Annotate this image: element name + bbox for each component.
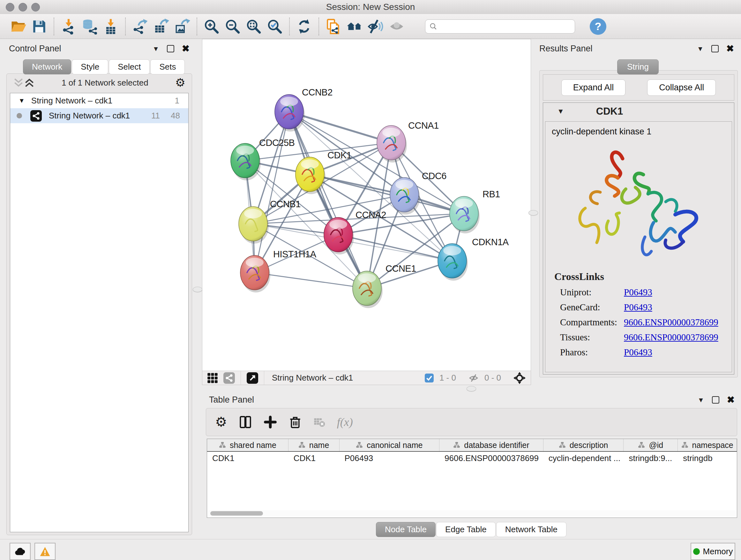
export-table-icon[interactable]: [152, 17, 170, 36]
horizontal-scrollbar[interactable]: [208, 510, 736, 516]
tab-network[interactable]: Network: [23, 59, 71, 74]
show-columns-icon[interactable]: [239, 415, 252, 429]
export-image-icon[interactable]: [173, 17, 191, 36]
column-header-canonical-name[interactable]: canonical name: [340, 439, 440, 451]
tab-string[interactable]: String: [617, 59, 659, 74]
network-view-icon[interactable]: [223, 372, 235, 384]
network-edge[interactable]: [255, 273, 367, 288]
right-splitter-handle[interactable]: [529, 210, 538, 215]
expand-all-networks-icon[interactable]: [24, 78, 35, 87]
birdseye-view-icon[interactable]: [247, 372, 258, 384]
collapse-all-button[interactable]: Collapse All: [647, 79, 716, 96]
import-table-icon[interactable]: [102, 17, 120, 36]
panel-float-icon[interactable]: [167, 45, 174, 52]
table-cell[interactable]: CDK1: [288, 453, 340, 463]
tab-sets[interactable]: Sets: [150, 59, 185, 74]
hide-glasses-icon[interactable]: [367, 17, 385, 36]
table-cell[interactable]: 9606.ENSP00000378699: [440, 453, 543, 463]
import-network-file-icon[interactable]: [60, 17, 77, 36]
zoom-selected-icon[interactable]: [266, 17, 284, 36]
panel-float-icon[interactable]: [711, 45, 719, 52]
network-edge[interactable]: [289, 112, 367, 288]
delete-column-trash-icon[interactable]: [288, 415, 302, 429]
search-input[interactable]: [437, 22, 560, 31]
expand-all-button[interactable]: Expand All: [561, 79, 626, 96]
help-icon[interactable]: ?: [590, 18, 606, 35]
network-node-CDKN1A[interactable]: CDKN1A: [438, 237, 509, 281]
tab-edge-table[interactable]: Edge Table: [436, 522, 495, 537]
zoom-fit-icon[interactable]: [245, 17, 263, 36]
panel-menu-icon[interactable]: ▼: [697, 45, 704, 52]
minimize-window-button[interactable]: [18, 3, 27, 11]
scrollbar-thumb[interactable]: [210, 511, 263, 516]
tab-network-table[interactable]: Network Table: [496, 522, 566, 537]
entry-header[interactable]: ▼ CDK1: [543, 103, 734, 120]
close-window-button[interactable]: [6, 3, 14, 11]
network-node-CDC25B[interactable]: CDC25B: [231, 138, 294, 180]
create-column-icon[interactable]: [264, 415, 277, 429]
network-options-gear-icon[interactable]: ⚙: [175, 77, 185, 88]
network-row-selected[interactable]: String Network – cdk1 11 48: [10, 108, 188, 123]
warnings-button[interactable]: [35, 543, 56, 560]
tab-style[interactable]: Style: [72, 59, 108, 74]
string-home-icon[interactable]: [346, 17, 363, 36]
panel-menu-icon[interactable]: ▼: [697, 396, 704, 403]
network-node-RB1[interactable]: RB1: [450, 189, 500, 233]
panel-close-icon[interactable]: ✖: [727, 395, 735, 405]
panel-menu-icon[interactable]: ▼: [152, 45, 159, 52]
table-options-gear-icon[interactable]: ⚙: [215, 415, 227, 429]
table-cell[interactable]: stringdb:9...: [623, 453, 678, 463]
table-cell[interactable]: stringdb: [678, 453, 737, 463]
grid-view-icon[interactable]: [207, 372, 218, 384]
left-splitter-handle[interactable]: [193, 287, 202, 292]
collapse-triangle-icon[interactable]: ▼: [18, 97, 25, 105]
maximize-window-button[interactable]: [31, 3, 40, 11]
crosslink-link[interactable]: 9606.ENSP00000378699: [624, 332, 718, 343]
column-header--id[interactable]: @id: [623, 439, 678, 451]
crosslink-link[interactable]: P06493: [624, 287, 652, 298]
network-edge[interactable]: [255, 112, 289, 273]
table-row[interactable]: CDK1CDK1P064939606.ENSP00000378699cyclin…: [207, 452, 737, 464]
import-network-database-icon[interactable]: [81, 17, 98, 36]
network-collection-row[interactable]: ▼ String Network – cdk1 1: [10, 93, 188, 108]
network-node-CDC6[interactable]: CDC6: [390, 171, 447, 214]
table-cell[interactable]: CDK1: [207, 453, 288, 463]
cloud-status-button[interactable]: [10, 543, 30, 560]
column-header-shared-name[interactable]: shared name: [207, 439, 288, 451]
clone-network-icon[interactable]: [325, 17, 342, 36]
table-cell[interactable]: P06493: [340, 453, 440, 463]
selected-checkbox-icon[interactable]: [425, 374, 434, 382]
export-network-icon[interactable]: [131, 17, 149, 36]
tab-select[interactable]: Select: [109, 59, 150, 74]
panel-float-icon[interactable]: [712, 396, 719, 403]
table-cell[interactable]: cyclin-dependent ...: [543, 453, 624, 463]
network-node-HIST1H1A[interactable]: HIST1H1A: [240, 249, 317, 293]
crosslink-link[interactable]: 9606.ENSP00000378699: [624, 317, 718, 327]
column-header-namespace[interactable]: namespace: [678, 439, 737, 451]
save-session-icon[interactable]: [30, 17, 48, 36]
tab-node-table[interactable]: Node Table: [376, 522, 435, 537]
panel-close-icon[interactable]: ✖: [726, 44, 734, 53]
network-graph-canvas[interactable]: CCNB2CCNA1CDC25BCDK1CDC6RB1CCNB1CCNA2HIS…: [202, 39, 531, 371]
network-node-CCNA1[interactable]: CCNA1: [377, 120, 439, 163]
collapse-triangle-icon[interactable]: ▼: [557, 107, 564, 116]
crosslink-link[interactable]: P06493: [624, 302, 652, 313]
zoom-out-icon[interactable]: [224, 17, 242, 36]
network-view[interactable]: CCNB2CCNA1CDC25BCDK1CDC6RB1CCNB1CCNA2HIS…: [202, 39, 531, 385]
column-header-description[interactable]: description: [543, 439, 624, 451]
refresh-layout-icon[interactable]: [295, 17, 313, 36]
show-eye-icon[interactable]: [388, 17, 406, 36]
network-node-CCNB1[interactable]: CCNB1: [239, 199, 300, 244]
network-node-CCNE1[interactable]: CCNE1: [353, 263, 416, 308]
open-session-icon[interactable]: [9, 17, 27, 36]
column-header-name[interactable]: name: [288, 439, 340, 451]
panel-close-icon[interactable]: ✖: [182, 44, 190, 53]
column-header-database-identifier[interactable]: database identifier: [440, 439, 543, 451]
network-edge[interactable]: [338, 235, 452, 261]
crosslink-link[interactable]: P06493: [624, 347, 652, 358]
collapse-all-networks-icon[interactable]: [13, 78, 24, 87]
fit-selected-crosshair-icon[interactable]: [514, 372, 526, 384]
zoom-in-icon[interactable]: [203, 17, 220, 36]
memory-button[interactable]: Memory: [690, 543, 735, 560]
bottom-splitter-handle[interactable]: [467, 386, 476, 391]
